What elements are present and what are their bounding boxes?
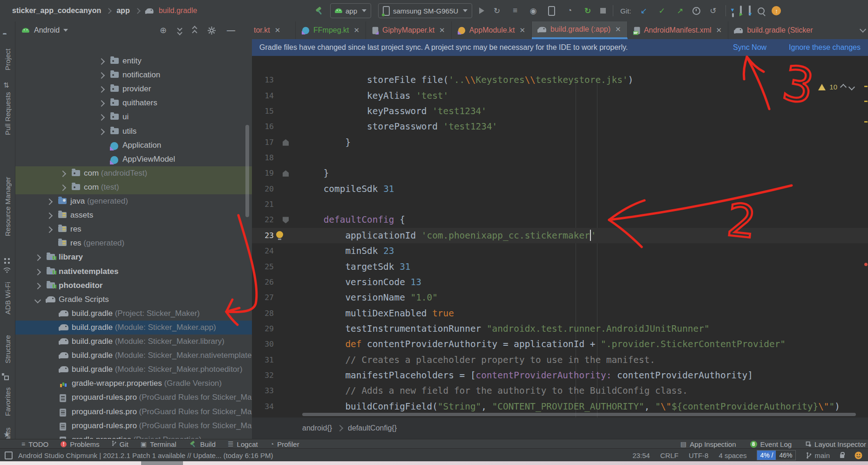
tree-collapsed-icon[interactable]: [98, 100, 105, 107]
file-encoding[interactable]: UTF-8: [689, 451, 709, 459]
sdk-manager-icon[interactable]: ▼: [749, 7, 751, 15]
tree-row-gradle-scripts[interactable]: Gradle Scripts: [15, 293, 252, 307]
tree-row-ui[interactable]: ui: [15, 110, 252, 124]
window-icon[interactable]: [5, 451, 13, 459]
code-line-14[interactable]: 14 keyAlias 'test': [252, 88, 868, 103]
tab-close-icon[interactable]: ✕: [615, 25, 621, 34]
tree-collapsed-icon[interactable]: [98, 86, 105, 93]
feedback-smiley-icon[interactable]: [854, 451, 862, 459]
wifi-icon[interactable]: [3, 267, 11, 274]
build-hammer-icon[interactable]: [315, 7, 323, 15]
tree-collapsed-icon[interactable]: [34, 283, 41, 289]
code-editor[interactable]: 13 storeFile file('..\\Keystores\\testke…: [252, 56, 868, 417]
code-line-25[interactable]: 25 targetSdk 31: [252, 259, 868, 274]
search-everywhere-icon[interactable]: [758, 7, 765, 14]
tab-close-icon[interactable]: ✕: [439, 26, 445, 34]
apply-changes-icon[interactable]: ↻: [491, 5, 502, 16]
tab-close-icon[interactable]: ✕: [520, 26, 526, 34]
breadcrumb-file[interactable]: build.gradle: [159, 7, 197, 15]
line-separator[interactable]: CRLF: [660, 451, 678, 459]
tree-collapsed-icon[interactable]: [98, 58, 105, 65]
tree-row-assets[interactable]: assets: [15, 208, 252, 222]
toolwindow-build[interactable]: Build: [189, 440, 216, 448]
error-stripe-mark[interactable]: [864, 263, 868, 266]
tree-row-java[interactable]: java (generated): [15, 194, 252, 208]
project-view-selector[interactable]: Android: [34, 26, 60, 34]
sidebar-item-pull-requests[interactable]: Pull Requests: [0, 89, 15, 138]
tree-row-res[interactable]: res (generated): [15, 236, 252, 250]
collapse-all-icon[interactable]: [193, 27, 197, 34]
tab-ffmpeg.kt[interactable]: FFmpeg.kt✕: [296, 21, 366, 39]
code-line-15[interactable]: 15 keyPassword 'test1234': [252, 103, 868, 119]
sidebar-item-adb-wi-fi[interactable]: ADB Wi-Fi: [0, 275, 15, 321]
tab-close-icon[interactable]: ✕: [275, 26, 281, 34]
debug-icon[interactable]: ◉: [528, 5, 539, 16]
tree-row-entity[interactable]: entity: [15, 54, 252, 68]
attach-debugger-icon[interactable]: [546, 5, 557, 16]
sidebar-item-structure[interactable]: Structure: [0, 328, 15, 371]
sync-now-link[interactable]: Sync Now: [733, 43, 766, 52]
breadcrumb-project[interactable]: sticker_app_codecanyon: [12, 7, 101, 15]
breadcrumb-module[interactable]: app: [116, 7, 129, 15]
code-line-34[interactable]: 34 buildConfigField("String", "CONTENT_P…: [252, 399, 868, 414]
fold-start-icon[interactable]: [283, 217, 289, 223]
tree-row-build.gradle[interactable]: build.gradle (Module: Sticker_Maker.app): [15, 321, 252, 335]
lock-icon[interactable]: [840, 454, 844, 458]
tab-close-icon[interactable]: ✕: [716, 26, 722, 34]
indent-setting[interactable]: 4 spaces: [719, 451, 746, 459]
toolwindow-app-inspection[interactable]: ▤App Inspection: [680, 440, 736, 448]
sidebar-item-project[interactable]: Project: [0, 44, 15, 75]
tree-row-build.gradle[interactable]: build.gradle (Module: Sticker_Maker.libr…: [15, 335, 252, 349]
code-line-24[interactable]: 24 minSdk 23: [252, 243, 868, 259]
code-line-33[interactable]: 33 // Adds a new field for the authority…: [252, 383, 868, 398]
toolwindow-event-log[interactable]: 8Event Log: [750, 440, 792, 448]
tab-giphymapper.kt[interactable]: GiphyMapper.kt✕: [366, 21, 452, 39]
tab-androidmanifest.xml[interactable]: AndroidManifest.xml✕: [628, 21, 729, 39]
update-available-icon[interactable]: ↑: [772, 6, 781, 15]
tree-row-gradle.properties[interactable]: gradle.properties (Project Properties): [15, 433, 252, 439]
toolwindow-profiler[interactable]: ◔Profiler: [270, 440, 299, 448]
tree-collapsed-icon[interactable]: [98, 128, 105, 135]
tree-row-build.gradle[interactable]: build.gradle (Module: Sticker_Maker.nati…: [15, 349, 252, 362]
warning-stripe-mark[interactable]: [864, 101, 868, 102]
tab-appmodule.kt[interactable]: AppModule.kt✕: [452, 21, 532, 39]
run-icon[interactable]: [479, 7, 484, 14]
prev-warning-icon[interactable]: [840, 83, 847, 90]
rollback-icon[interactable]: ↺: [707, 5, 719, 16]
git-commit-icon[interactable]: ✓: [656, 5, 667, 16]
git-branch-widget[interactable]: main: [806, 451, 830, 459]
tree-collapsed-icon[interactable]: [98, 72, 105, 79]
tree-row-com[interactable]: com (test): [15, 180, 252, 194]
code-line-28[interactable]: 28 multiDexEnabled true: [252, 306, 868, 321]
run-list-icon[interactable]: ≡: [509, 5, 521, 16]
tree-row-com[interactable]: com (androidTest): [15, 166, 252, 180]
fold-end-icon[interactable]: [283, 139, 289, 146]
stop-icon[interactable]: [600, 8, 606, 14]
code-line-30[interactable]: 30 def contentProviderAuthority = applic…: [252, 336, 868, 352]
tree-collapsed-icon[interactable]: [98, 114, 105, 121]
tree-collapsed-icon[interactable]: [60, 185, 66, 191]
code-line-13[interactable]: 13 storeFile file('..\\Keystores\\testke…: [252, 72, 868, 88]
code-line-29[interactable]: 29 testInstrumentationRunner "androidx.t…: [252, 321, 868, 336]
ignore-changes-link[interactable]: Ignore these changes: [789, 43, 861, 52]
warning-stripe-mark[interactable]: [864, 121, 868, 123]
code-line-27[interactable]: 27 versionName "1.0": [252, 290, 868, 305]
warning-stripe-mark[interactable]: [864, 86, 868, 87]
tree-collapsed-icon[interactable]: [46, 212, 53, 219]
breadcrumb-android[interactable]: android{}: [302, 424, 332, 432]
tree-collapsed-icon[interactable]: [60, 171, 66, 177]
toolwindow-git[interactable]: Git: [112, 440, 129, 448]
tree-row-proguard-rules.pro[interactable]: proguard-rules.pro (ProGuard Rules for S…: [15, 419, 252, 433]
tree-row-notification[interactable]: notification: [15, 68, 252, 82]
toolwindow-layout-inspector[interactable]: Layout Inspector: [806, 440, 866, 448]
status-message[interactable]: Android Studio Chipmunk | 2021.2.1 Patch…: [18, 451, 273, 459]
breadcrumb-defaultconfig[interactable]: defaultConfig{}: [348, 424, 397, 432]
code-line-17[interactable]: 17 }: [252, 135, 868, 150]
code-line-19[interactable]: 19 }: [252, 165, 868, 181]
code-line-22[interactable]: 22 defaultConfig {: [252, 212, 868, 227]
tree-row-nativetemplates[interactable]: nativetemplates: [15, 265, 252, 279]
code-line-32[interactable]: 32 manifestPlaceholders = [contentProvid…: [252, 368, 868, 383]
toolwindow-problems[interactable]: !Problems: [61, 440, 99, 448]
sync-gradle-icon[interactable]: ↻: [582, 5, 593, 16]
intention-bulb-icon[interactable]: [276, 231, 283, 238]
